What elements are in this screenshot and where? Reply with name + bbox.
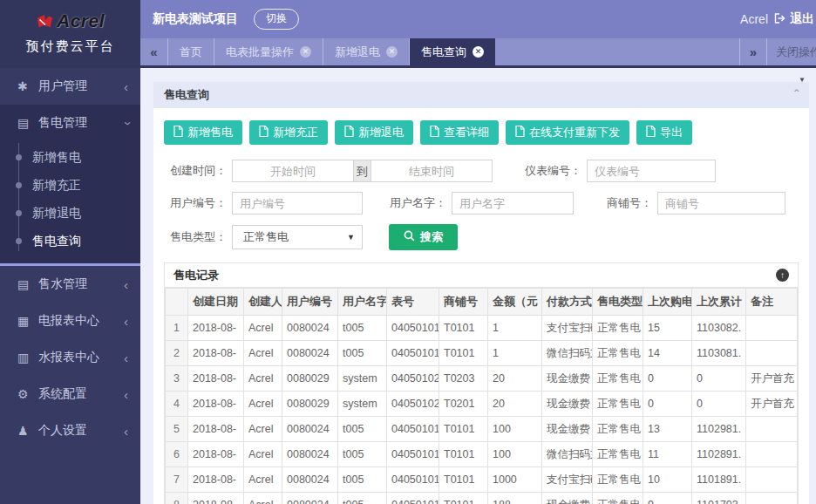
sidebar-item[interactable]: ✱用户管理‹ <box>0 68 140 105</box>
tabs-scroll-left-icon[interactable]: « <box>140 38 168 65</box>
sidebar-group: ♟个人设置‹ <box>0 412 140 449</box>
table-row[interactable]: 62018-08-Acrel0080024t00504050101T010110… <box>166 442 798 467</box>
row-number: 4 <box>166 392 188 417</box>
sidebar-group: ▦电报表中心‹ <box>0 303 140 339</box>
toolbar-button[interactable]: 查看详细 <box>420 120 499 145</box>
table-cell: Acrel <box>244 341 282 366</box>
table-cell: 正常售电 <box>593 417 643 442</box>
row-number: 2 <box>166 341 188 366</box>
sidebar-subitem[interactable]: 新增售电 <box>0 143 140 171</box>
shop-no-label: 商铺号： <box>600 195 652 211</box>
topbar: 新电表测试项目 切换 Acrel 退出 <box>140 0 816 38</box>
sidebar-menu: ✱用户管理‹▤售电管理‹新增售电新增充正新增退电售电查询▤售水管理‹▦电报表中心… <box>0 68 140 504</box>
toolbar-button[interactable]: 新增售电 <box>164 120 242 145</box>
table-row[interactable]: 32018-08-Acrel0080029system04050102T0203… <box>166 366 798 392</box>
table-row[interactable]: 52018-08-Acrel0080024t00504050101T010110… <box>166 417 798 442</box>
chevron-left-icon: ‹ <box>124 315 128 328</box>
tab-close-icon[interactable]: ✕ <box>386 46 398 58</box>
sidebar-subitem[interactable]: 售电查询 <box>0 227 140 255</box>
table-cell: 0080024 <box>282 467 338 493</box>
sidebar-item[interactable]: ▦电报表中心‹ <box>0 303 140 339</box>
table-cell: 04050101 <box>387 417 439 442</box>
records-panel-header: 售电记录 ↑ <box>165 263 798 288</box>
sale-type-select[interactable]: 正常售电 ▼ <box>232 225 363 249</box>
col-header: 创建日期 <box>188 289 244 316</box>
table-row[interactable]: 12018-08-Acrel0080024t00504050101T01011支… <box>166 316 798 341</box>
user-no-input[interactable] <box>232 192 363 215</box>
toolbar-button[interactable]: 新增退电 <box>335 120 413 145</box>
table-cell: T0101 <box>439 493 488 504</box>
close-all-tabs-button[interactable]: 关闭操作 <box>767 38 816 65</box>
end-time-input[interactable] <box>371 160 493 182</box>
table-cell: 188 <box>488 493 542 504</box>
col-header: 用户编号 <box>282 289 338 316</box>
table-cell: 1103082. <box>692 316 746 341</box>
sidebar-group: ▤售水管理‹ <box>0 266 140 303</box>
platform-title: 预付费云平台 <box>0 38 140 55</box>
sidebar-subitem-label: 新增充正 <box>32 178 81 192</box>
sidebar-group: ▤售电管理‹新增售电新增充正新增退电售电查询 <box>0 105 140 266</box>
tab-item[interactable]: 电表批量操作✕ <box>214 38 323 65</box>
query-panel: 售电查询 ˆ 新增售电新增充正新增退电查看详细在线支付重新下发导出 创建时间： … <box>153 82 809 504</box>
table-cell: 正常售电 <box>593 316 643 341</box>
table-cell: 2018-08- <box>188 493 244 504</box>
meter-no-input[interactable] <box>587 160 716 182</box>
chevron-left-icon: ‹ <box>124 351 128 364</box>
sidebar-item-label: 电报表中心 <box>38 313 124 329</box>
tabs-scroll-right-icon[interactable]: » <box>739 38 767 65</box>
sidebar-item[interactable]: ▤售电管理‹ <box>0 105 140 141</box>
table-cell: 04050102 <box>387 366 439 392</box>
create-time-label: 创建时间： <box>164 163 227 179</box>
tab-label: 售电查询 <box>421 44 466 60</box>
tab-close-icon[interactable]: ✕ <box>473 46 484 58</box>
table-row[interactable]: 82018-08-Acrel0080024t00504050101T010118… <box>166 493 798 504</box>
records-panel: 售电记录 ↑ 创建日期创建人用户编号用户名字表号商铺号金额（元付款方式售电类型上… <box>164 262 799 504</box>
scroll-down-icon[interactable]: ▼ <box>799 76 806 84</box>
table-cell: 正常售电 <box>593 467 643 493</box>
sidebar-item[interactable]: ▥水报表中心‹ <box>0 339 140 376</box>
tab-item[interactable]: 新增退电✕ <box>323 38 410 65</box>
sidebar-item[interactable]: ♟个人设置‹ <box>0 412 140 449</box>
table-cell: 20 <box>488 366 542 392</box>
toolbar-button[interactable]: 导出 <box>636 120 692 145</box>
table-cell: 0080024 <box>282 417 338 442</box>
table-row[interactable]: 22018-08-Acrel0080024t00504050101T01011微… <box>166 341 798 366</box>
sidebar-item[interactable]: ⚙系统配置‹ <box>0 376 140 412</box>
collapse-records-icon[interactable]: ↑ <box>776 269 789 282</box>
table-cell: 0080024 <box>282 316 338 341</box>
sidebar-submenu: 新增售电新增充正新增退电售电查询 <box>0 141 140 263</box>
table-cell: t005 <box>338 417 387 442</box>
start-time-input[interactable] <box>232 160 354 182</box>
toolbar-button[interactable]: 新增充正 <box>249 120 328 145</box>
sidebar-subitem[interactable]: 新增充正 <box>0 171 140 199</box>
sidebar-item[interactable]: ▤售水管理‹ <box>0 266 140 303</box>
project-name: 新电表测试项目 <box>153 11 238 27</box>
tab-close-icon[interactable]: ✕ <box>300 46 311 58</box>
switch-project-button[interactable]: 切换 <box>254 9 299 30</box>
collapse-panel-icon[interactable]: ˆ <box>794 91 799 99</box>
col-header: 上次累计 <box>692 289 746 316</box>
table-cell: t005 <box>338 467 387 493</box>
tab-active[interactable]: 售电查询✕ <box>410 38 495 65</box>
table-row[interactable]: 42018-08-Acrel0080029system04050102T0201… <box>166 392 798 417</box>
bullet-dot-icon <box>16 182 22 188</box>
tab-item[interactable]: 首页 <box>168 38 214 65</box>
toolbar-button[interactable]: 在线支付重新下发 <box>506 120 629 145</box>
shop-no-input[interactable] <box>657 192 785 215</box>
user-name-label: 用户名字： <box>384 195 446 211</box>
chevron-left-icon: ‹ <box>124 425 128 438</box>
logout-button[interactable]: 退出 <box>774 11 814 27</box>
query-panel-body: 新增售电新增充正新增退电查看详细在线支付重新下发导出 创建时间： 到 仪表编号：… <box>153 108 809 504</box>
table-cell: t005 <box>338 442 387 467</box>
table-cell: 1101891. <box>692 467 746 493</box>
toolbar-button-label: 导出 <box>660 125 683 140</box>
table-row[interactable]: 72018-08-Acrel0080024t00504050101T010110… <box>166 467 798 493</box>
search-button[interactable]: 搜索 <box>389 224 458 250</box>
user-name-input[interactable] <box>452 192 574 215</box>
logo-area: Acrel 预付费云平台 <box>0 0 140 68</box>
username: Acrel <box>740 12 768 26</box>
sidebar-subitem[interactable]: 新增退电 <box>0 199 140 227</box>
table-cell: 04050101 <box>387 442 439 467</box>
table-cell: Acrel <box>244 442 282 467</box>
table-cell: 14 <box>643 341 692 366</box>
